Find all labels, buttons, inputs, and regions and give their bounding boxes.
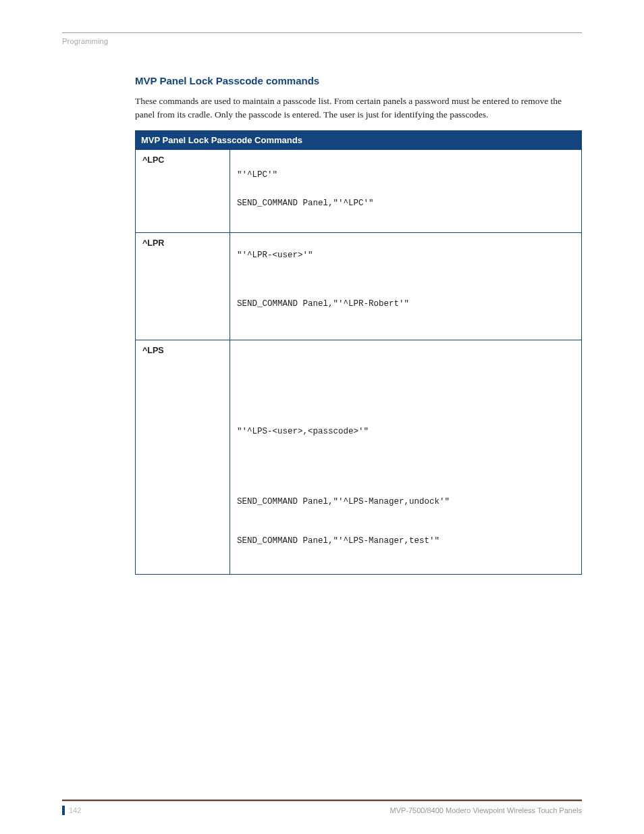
cmd-desc: "'^LPC'" SEND_COMMAND Panel,"'^LPC'" [230,150,582,233]
page-footer: 142 MVP-7500/8400 Modero Viewpoint Wirel… [62,800,582,815]
footer-title: MVP-7500/8400 Modero Viewpoint Wireless … [390,806,582,814]
cmd-name: ^LPS [136,340,230,575]
header-rule [62,32,582,33]
header-label: Programming [62,37,582,45]
table-title: MVP Panel Lock Passcode Commands [136,131,582,150]
code-line: SEND_COMMAND Panel,"'^LPR-Robert'" [237,299,574,309]
code-line: SEND_COMMAND Panel,"'^LPS-Manager,undock… [237,497,574,506]
code-line: "'^LPC'" [237,170,574,180]
cmd-desc: "'^LPR-<user>'" SEND_COMMAND Panel,"'^LP… [230,233,582,340]
cmd-name: ^LPR [136,233,230,340]
page-bar-icon [62,806,65,815]
page-number-wrap: 142 [62,806,81,815]
footer-rule [62,800,582,802]
table-row: ^LPR "'^LPR-<user>'" SEND_COMMAND Panel,… [136,233,582,340]
code-line: "'^LPS-<user>,<passcode>'" [237,427,574,436]
commands-table: MVP Panel Lock Passcode Commands ^LPC "'… [135,130,582,575]
code-line: SEND_COMMAND Panel,"'^LPC'" [237,199,574,208]
cmd-desc: "'^LPS-<user>,<passcode>'" SEND_COMMAND … [230,340,582,575]
table-row: ^LPC "'^LPC'" SEND_COMMAND Panel,"'^LPC'… [136,150,582,233]
section-intro: These commands are used to maintain a pa… [135,95,582,121]
page-number: 142 [69,806,81,814]
section-heading: MVP Panel Lock Passcode commands [135,75,582,86]
code-line: SEND_COMMAND Panel,"'^LPS-Manager,test'" [237,536,574,546]
code-line: "'^LPR-<user>'" [237,251,574,260]
table-row: ^LPS "'^LPS-<user>,<passcode>'" SEND_COM… [136,340,582,575]
cmd-name: ^LPC [136,150,230,233]
